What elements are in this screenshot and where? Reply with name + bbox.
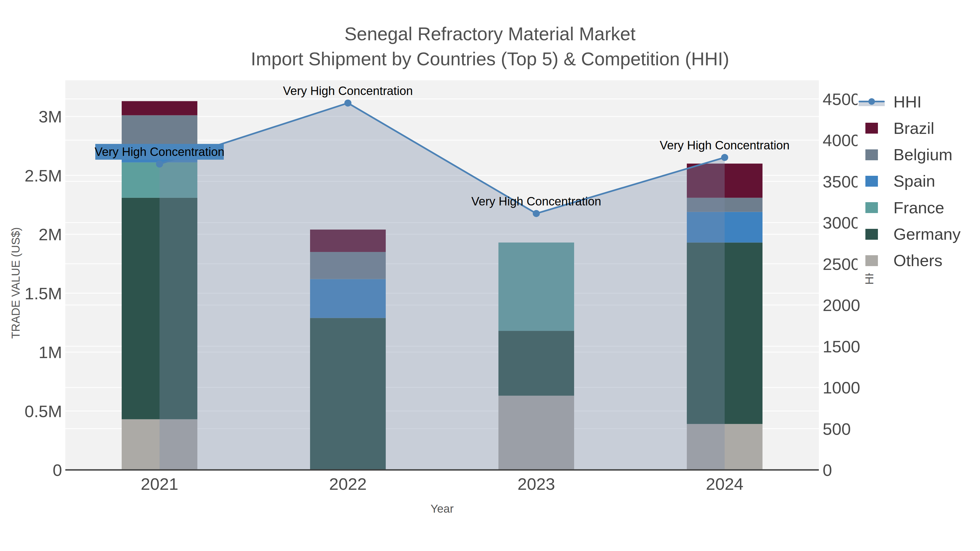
x-axis-tick-label: 2022 — [329, 475, 367, 493]
right-axis-tick-label: 0 — [822, 460, 832, 480]
legend-label-germany: Germany — [886, 225, 961, 243]
x-axis-title: Year — [431, 502, 454, 515]
left-axis-title: TRADE VALUE (US$) — [9, 227, 22, 339]
legend-item-france[interactable]: France — [858, 195, 980, 220]
others-swatch-icon — [858, 255, 886, 266]
legend: HHIBrazilBelgiumSpainFranceGermanyOthers — [858, 89, 980, 273]
x-axis-tick-label: 2021 — [141, 475, 178, 493]
hhi-line-icon — [858, 96, 886, 107]
hhi-marker-2024 — [721, 154, 728, 161]
chart-plot: Very High ConcentrationVery High Concent… — [0, 0, 980, 551]
brazil-swatch-icon — [858, 123, 886, 133]
legend-item-spain[interactable]: Spain — [858, 169, 980, 194]
bar-segment-belgium-2021 — [122, 115, 197, 147]
legend-item-germany[interactable]: Germany — [858, 222, 980, 247]
annotation-label: Very High Concentration — [471, 195, 601, 208]
legend-label-spain: Spain — [886, 172, 935, 191]
legend-item-others[interactable]: Others — [858, 248, 980, 273]
right-axis-tick-label: 1500 — [822, 337, 860, 356]
germany-swatch-icon — [858, 229, 886, 240]
legend-label-belgium: Belgium — [886, 145, 953, 164]
left-axis-tick-label: 2.5M — [24, 166, 62, 185]
chart-page: { "title": { "line1": "Senegal Refractor… — [0, 0, 980, 551]
right-axis-tick-label: 2000 — [822, 296, 860, 314]
annotation-label: Very High Concentration — [283, 84, 413, 97]
left-axis-tick-label: 3M — [39, 107, 62, 126]
spain-swatch-icon — [858, 176, 886, 187]
france-swatch-icon — [858, 202, 886, 213]
right-axis-tick-label: 1000 — [822, 378, 860, 397]
left-axis-tick-label: 1.5M — [24, 284, 62, 303]
right-axis-tick-label: 500 — [822, 419, 851, 438]
right-axis-tick-label: 4500 — [822, 90, 860, 109]
left-axis-tick-label: 0.5M — [24, 402, 62, 421]
hhi-marker-2023 — [533, 210, 540, 217]
x-axis-tick-label: 2024 — [706, 475, 743, 493]
legend-item-brazil[interactable]: Brazil — [858, 116, 980, 141]
legend-label-hhi: HHI — [886, 92, 921, 111]
belgium-swatch-icon — [858, 149, 886, 160]
left-axis-tick-label: 0 — [53, 460, 62, 480]
annotation-label: Very High Concentration — [660, 138, 790, 152]
chart-title-line2: Import Shipment by Countries (Top 5) & C… — [0, 46, 980, 71]
left-axis-tick-label: 2M — [39, 225, 62, 244]
right-axis-tick-label: 4000 — [822, 131, 860, 150]
legend-item-belgium[interactable]: Belgium — [858, 142, 980, 167]
legend-label-france: France — [886, 198, 944, 217]
right-axis-tick-label: 3000 — [822, 213, 860, 232]
annotation-label: Very High Concentration — [95, 145, 224, 158]
bar-segment-brazil-2021 — [122, 101, 197, 115]
left-axis-tick-label: 1M — [39, 343, 62, 362]
chart-title-line1: Senegal Refractory Material Market — [0, 21, 980, 46]
legend-label-brazil: Brazil — [886, 119, 934, 138]
chart-title: Senegal Refractory Material Market Impor… — [0, 21, 980, 71]
right-axis-tick-label: 3500 — [822, 172, 860, 191]
x-axis-tick-label: 2023 — [517, 475, 555, 493]
hhi-marker-2022 — [344, 100, 352, 106]
legend-label-others: Others — [886, 251, 942, 270]
legend-item-hhi[interactable]: HHI — [858, 89, 980, 114]
hhi-marker-2021 — [156, 160, 163, 168]
right-axis-tick-label: 2500 — [822, 255, 860, 273]
